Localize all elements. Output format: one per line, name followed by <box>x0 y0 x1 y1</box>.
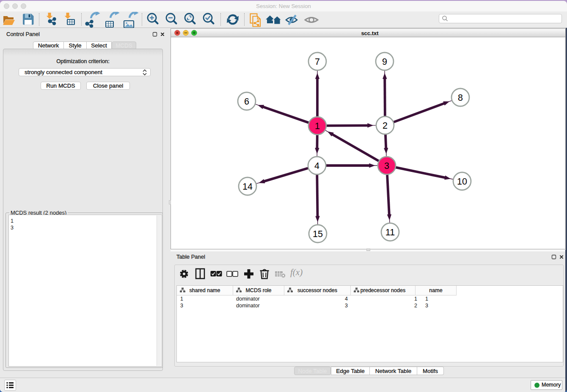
svg-text:10: 10 <box>457 177 467 187</box>
svg-text:1: 1 <box>315 121 320 131</box>
svg-text:8: 8 <box>458 93 463 103</box>
svg-text:6: 6 <box>244 97 249 107</box>
svg-text:9: 9 <box>382 57 387 67</box>
svg-text:3: 3 <box>384 161 389 171</box>
svg-text:2: 2 <box>383 121 388 131</box>
svg-text:14: 14 <box>242 182 253 192</box>
svg-text:15: 15 <box>313 229 323 239</box>
svg-text:4: 4 <box>314 161 319 171</box>
svg-text:7: 7 <box>315 57 320 67</box>
svg-text:11: 11 <box>385 227 395 237</box>
